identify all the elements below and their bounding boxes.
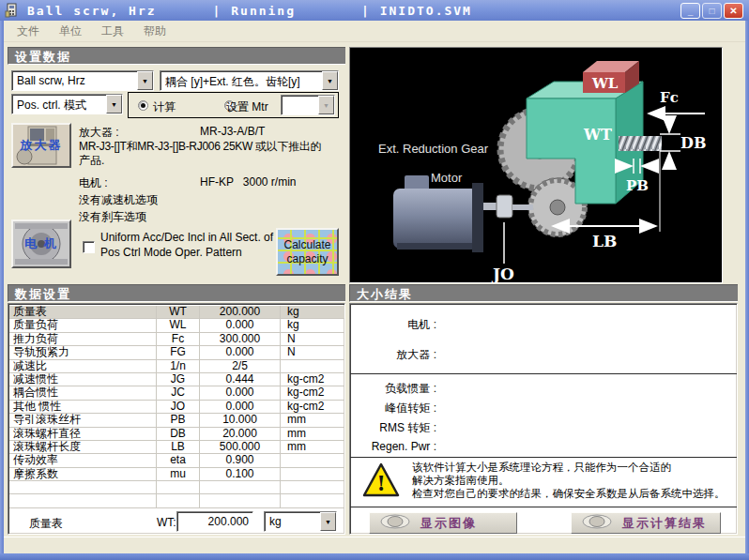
row-name: 推力负荷	[9, 333, 156, 345]
motor-button-label: 电 机	[13, 235, 69, 252]
coupling-value: 耦合 [y]+Ext. 红色。齿轮[y]	[160, 71, 322, 90]
row-value: 300.000	[199, 333, 280, 345]
diagram-label-ext-gear: Ext. Reduction Gear	[378, 142, 489, 156]
show-image-button[interactable]: 显示图像	[369, 512, 517, 534]
edit-value-input[interactable]	[176, 511, 253, 532]
amplifier-button-label: 放大器	[13, 137, 69, 154]
row-unit: mm	[280, 441, 344, 453]
row-name: 质量表	[9, 306, 156, 318]
row-name: 减速比	[9, 360, 156, 372]
table-row[interactable]: 滚珠螺杆长度 LB 500.000 mm	[9, 441, 344, 454]
row-value: 20.000	[199, 428, 280, 440]
row-value: 0.000	[199, 401, 280, 413]
motor-note-brake: 没有刹车选项	[79, 209, 146, 225]
uniform-accdec-checkbox[interactable]	[83, 241, 95, 253]
row-name: 滚珠螺杆长度	[9, 441, 156, 453]
row-value: 500.000	[199, 441, 280, 453]
motor-select-disabled: ▼	[281, 95, 335, 115]
diagram-label-motor: Motor	[431, 171, 463, 185]
result-header-label: 大小结果	[357, 287, 413, 301]
motor-note-gear: 没有减速机选项	[79, 192, 158, 208]
amplifier-desc-line2: 产品.	[79, 153, 104, 169]
edit-unit-select[interactable]: kg ▼	[264, 511, 337, 532]
table-row[interactable]: 其他 惯性 JO 0.000 kg-cm2	[9, 401, 344, 414]
settings-section-header: 设置数据	[8, 47, 345, 65]
table-row[interactable]: 推力负荷 Fc 300.000 N	[9, 333, 344, 346]
warning-line1: 该软件计算大小是系统理论方程，只能作为一个合适的	[412, 461, 671, 475]
diagram-label-lb: LB	[592, 232, 617, 250]
app-icon	[5, 3, 20, 18]
motor-select-value	[282, 96, 318, 114]
show-image-button-label: 显示图像	[420, 515, 477, 532]
minimize-button[interactable]: _	[680, 3, 700, 19]
row-unit	[280, 468, 344, 480]
chevron-down-icon: ▼	[318, 96, 334, 114]
row-value: 0.000	[199, 346, 280, 358]
row-unit	[280, 454, 344, 466]
row-symbol: 1/n	[156, 360, 199, 372]
table-row[interactable]: 质量负荷 WL 0.000 kg	[9, 319, 344, 332]
row-symbol	[156, 494, 199, 507]
table-row[interactable]	[9, 481, 344, 494]
row-value	[199, 494, 280, 507]
row-unit: mm	[280, 414, 344, 426]
row-unit: kg	[280, 306, 344, 318]
calc-button-line2: capacity	[278, 252, 337, 266]
edit-row-symbol: WT:	[157, 516, 176, 529]
row-name: 减速惯性	[9, 373, 156, 386]
table-row[interactable]: 耦合惯性 JC 0.000 kg-cm2	[9, 386, 344, 400]
row-symbol: mu	[156, 468, 199, 480]
mechanism-diagram-svg: WL WT Fc DB PB LB JO Ext. Reduction Gear…	[350, 48, 722, 282]
chevron-down-icon[interactable]: ▼	[137, 71, 153, 90]
row-name	[9, 481, 156, 493]
row-unit: N	[280, 346, 344, 358]
radio-calculate-label: 计算	[153, 99, 176, 115]
table-row[interactable]: 质量表 WT 200.000 kg	[9, 306, 344, 319]
table-row[interactable]: 减速惯性 JG 0.444 kg-cm2	[9, 373, 344, 386]
chevron-down-icon[interactable]: ▼	[106, 95, 122, 114]
eye-icon	[581, 514, 613, 532]
chevron-down-icon[interactable]: ▼	[320, 512, 336, 531]
close-button[interactable]: ✕	[724, 3, 743, 19]
data-table: 质量表 WT 200.000 kg 质量负荷 WL 0.000 kg 推力负荷 …	[9, 306, 344, 508]
motor-button[interactable]: 电 机	[11, 219, 71, 268]
row-symbol: eta	[156, 454, 199, 466]
window-title-status: | Running	[213, 4, 296, 18]
menu-item[interactable]: 帮助	[136, 22, 174, 41]
calc-button-line1: Calculate	[278, 238, 337, 252]
control-mode-select[interactable]: Pos. ctrl. 模式 ▼	[11, 94, 123, 114]
menu-item[interactable]: 文件	[9, 22, 47, 41]
table-row[interactable]: 滚珠螺杆直径 DB 20.000 mm	[9, 428, 344, 441]
menubar: 文件单位工具帮助	[4, 21, 745, 42]
warning-line3: 检查对您自己的要求的结果，确保安全系数是从后备系统中选择。	[412, 487, 726, 501]
checkbox-label-line2: Pos Ctrl Mode Oper. Pattern	[100, 246, 242, 259]
titlebar: Ball scrw, Hrz | Running | INIDTO.SVM _ …	[0, 0, 749, 21]
result-divider-3	[350, 507, 737, 507]
table-row[interactable]: 导轨预紧力 FG 0.000 N	[9, 346, 344, 359]
radio-calculate[interactable]	[138, 100, 148, 111]
show-calc-result-button[interactable]: 显示计算结果	[571, 512, 721, 534]
row-symbol: JC	[156, 386, 199, 399]
table-row[interactable]: 减速比 1/n 2/5	[9, 360, 344, 373]
row-symbol: JO	[156, 401, 199, 413]
row-value: 0.000	[199, 386, 280, 399]
table-row[interactable]: 摩擦系数 mu 0.100	[9, 468, 344, 481]
menu-item[interactable]: 单位	[52, 22, 89, 41]
menu-item[interactable]: 工具	[94, 22, 131, 41]
mechanism-select[interactable]: Ball scrw, Hrz ▼	[11, 70, 154, 91]
table-row[interactable]: 传动效率 eta 0.900	[9, 454, 344, 467]
maximize-button[interactable]: □	[702, 3, 722, 19]
table-row[interactable]: 导引滚珠丝杆 PB 10.000 mm	[9, 414, 344, 427]
amplifier-desc-line1: MR-J3-[]T和MR-J3-[]B-RJ006 25KW 或以下推出的	[79, 139, 342, 155]
row-value: 0.444	[199, 373, 280, 386]
calculate-capacity-button[interactable]: Calculate capacity	[276, 228, 339, 276]
table-row[interactable]	[9, 494, 344, 507]
row-value: 0.900	[199, 454, 280, 466]
amplifier-button[interactable]: 放大器	[11, 123, 71, 168]
coupling-select[interactable]: 耦合 [y]+Ext. 红色。齿轮[y] ▼	[160, 70, 339, 91]
row-symbol: FG	[156, 346, 199, 358]
app-window: Ball scrw, Hrz | Running | INIDTO.SVM _ …	[0, 0, 749, 560]
result-motor-label: 电机 :	[350, 317, 436, 333]
chevron-down-icon[interactable]: ▼	[322, 71, 338, 90]
window-border-bottom	[0, 553, 749, 560]
